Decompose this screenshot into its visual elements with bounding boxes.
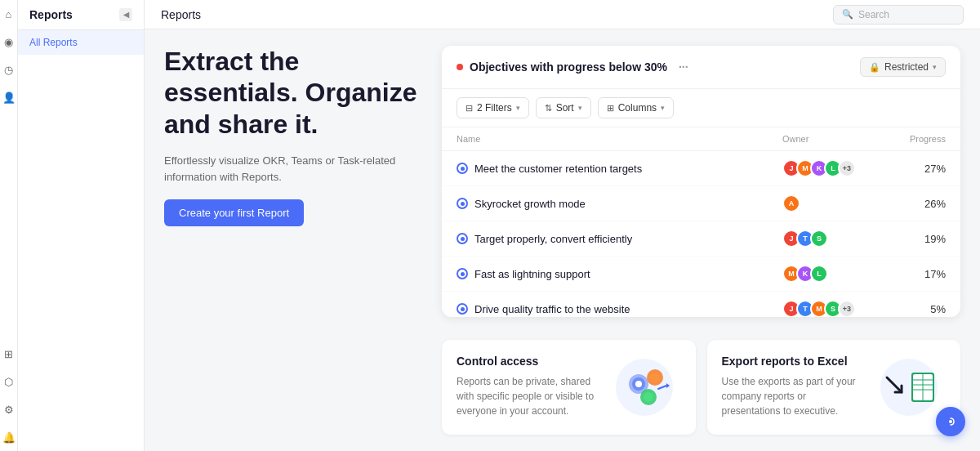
icon-nav: ⌂ ◉ ◷ 👤 ⊞ ⬡ ⚙ 🔔: [0, 0, 18, 451]
report-card: Objectives with progress below 30% ··· 🔒…: [442, 46, 960, 317]
row-objective-icon: [457, 303, 468, 315]
main-area: Reports 🔍 Search Extract the essentials.…: [145, 0, 980, 451]
col-owner-header: Owner: [782, 134, 880, 144]
table-row[interactable]: Fast as lightning support M K L 17%: [442, 257, 960, 292]
nav-bell-icon[interactable]: 🔔: [2, 430, 16, 444]
columns-chevron-icon: ▾: [661, 104, 665, 112]
filters-button[interactable]: ⊟ 2 Filters ▾: [457, 97, 529, 118]
more-options-icon[interactable]: ···: [679, 60, 688, 74]
page-title: Reports: [161, 8, 201, 21]
col-progress-header: Progress: [880, 134, 946, 144]
owner-avatars: J T M S +3: [782, 300, 880, 317]
avatar-count: +3: [838, 300, 856, 317]
col-name-header: Name: [457, 134, 782, 144]
table-row[interactable]: Skyrocket growth mode A 26%: [442, 186, 960, 221]
chevron-down-icon: ▾: [933, 63, 937, 71]
search-placeholder: Search: [858, 9, 889, 20]
feature-card-title: Export reports to Excel: [722, 355, 865, 368]
filters-chevron-icon: ▾: [516, 104, 520, 112]
row-objective-icon: [457, 233, 468, 244]
lock-icon: 🔒: [869, 62, 880, 73]
restricted-badge[interactable]: 🔒 Restricted ▾: [860, 57, 946, 77]
sidebar-title: Reports: [29, 8, 73, 21]
svg-point-3: [635, 381, 642, 387]
table-header: Name Owner Progress: [442, 127, 960, 151]
columns-icon: ⊞: [607, 103, 614, 114]
sidebar-collapse-button[interactable]: ◀: [119, 8, 132, 21]
hero-text: Extract the essentials. Organize and sha…: [164, 46, 425, 226]
search-box[interactable]: 🔍 Search: [833, 5, 964, 25]
owner-avatars: J M K L +3: [782, 159, 880, 177]
row-objective-icon: [457, 163, 468, 174]
nav-users-icon[interactable]: 👤: [2, 90, 16, 105]
feature-card-title: Control access: [457, 355, 599, 368]
row-objective-icon: [457, 198, 468, 209]
progress-value: 19%: [880, 233, 946, 245]
svg-point-5: [650, 373, 660, 382]
sidebar-item-all-reports[interactable]: All Reports: [18, 30, 144, 55]
row-name: Meet the customer retention targets: [457, 163, 782, 175]
feature-cards: Control access Reports can be private, s…: [442, 340, 960, 435]
nav-globe-icon[interactable]: ◉: [2, 34, 16, 49]
topbar: Reports 🔍 Search: [145, 0, 980, 29]
filter-icon: ⊟: [466, 103, 473, 114]
progress-value: 5%: [880, 303, 946, 315]
progress-value: 17%: [880, 268, 946, 280]
hero-section: Extract the essentials. Organize and sha…: [164, 46, 442, 435]
nav-puzzle-icon[interactable]: ⬡: [2, 374, 16, 389]
row-objective-icon: [457, 268, 468, 279]
hero-subtext: Effortlessly visualize OKR, Teams or Tas…: [164, 153, 425, 185]
create-report-button[interactable]: Create your first Report: [164, 199, 304, 226]
sidebar: Reports ◀ All Reports: [18, 0, 145, 451]
nav-clock-icon[interactable]: ◷: [2, 62, 16, 77]
avatar-count: +3: [838, 159, 856, 177]
table-row[interactable]: Meet the customer retention targets J M …: [442, 151, 960, 186]
restricted-label: Restricted: [884, 61, 929, 73]
table-row[interactable]: Target properly, convert efficiently J T…: [442, 221, 960, 257]
progress-value: 26%: [880, 198, 946, 210]
control-access-visual: [608, 355, 681, 420]
nav-home-icon[interactable]: ⌂: [2, 7, 16, 21]
feature-card-control-access: Control access Reports can be private, s…: [442, 340, 696, 435]
owner-avatars: A: [782, 194, 880, 212]
sort-chevron-icon: ▾: [578, 104, 582, 112]
feature-card-description: Reports can be private, shared with spec…: [457, 374, 599, 418]
content-area: Extract the essentials. Organize and sha…: [145, 29, 980, 451]
table-row[interactable]: Drive quality traffic to the website J T…: [442, 292, 960, 317]
progress-value: 27%: [880, 163, 946, 175]
hero-headline: Extract the essentials. Organize and sha…: [164, 46, 425, 140]
fab-button[interactable]: [936, 407, 965, 436]
columns-button[interactable]: ⊞ Columns ▾: [598, 97, 674, 118]
nav-grid-icon[interactable]: ⊞: [2, 346, 16, 361]
owner-avatars: J T S: [782, 230, 880, 248]
row-name: Target properly, convert efficiently: [457, 233, 782, 245]
sort-button[interactable]: ⇅ Sort ▾: [536, 97, 591, 118]
owner-avatars: M K L: [782, 265, 880, 283]
report-card-header: Objectives with progress below 30% ··· 🔒…: [442, 46, 960, 89]
nav-gear-icon[interactable]: ⚙: [2, 402, 16, 417]
row-name: Skyrocket growth mode: [457, 198, 782, 210]
avatar: L: [810, 265, 828, 283]
export-excel-visual: [872, 355, 946, 420]
report-table: Name Owner Progress Meet the customer re…: [442, 127, 960, 317]
svg-point-17: [949, 420, 952, 423]
feature-card-description: Use the exports as part of your company …: [722, 374, 865, 418]
search-icon: 🔍: [842, 9, 853, 20]
feature-card-text: Control access Reports can be private, s…: [457, 355, 599, 418]
row-name: Drive quality traffic to the website: [457, 303, 782, 315]
report-toolbar: ⊟ 2 Filters ▾ ⇅ Sort ▾ ⊞ Columns ▾: [442, 89, 960, 127]
right-content: Objectives with progress below 30% ··· 🔒…: [442, 46, 960, 435]
report-card-title: Objectives with progress below 30% ···: [457, 60, 688, 74]
avatar: S: [810, 230, 828, 248]
svg-point-7: [644, 392, 653, 402]
feature-card-export-excel: Export reports to Excel Use the exports …: [707, 340, 961, 435]
feature-card-text: Export reports to Excel Use the exports …: [722, 355, 865, 418]
sidebar-header: Reports ◀: [18, 0, 144, 30]
row-name: Fast as lightning support: [457, 268, 782, 280]
status-dot: [457, 64, 463, 70]
sort-icon: ⇅: [545, 103, 552, 114]
avatar: A: [782, 194, 800, 212]
